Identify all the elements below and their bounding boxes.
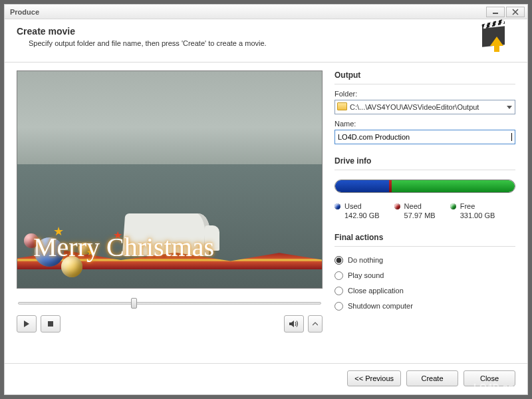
produce-dialog: Produce Create movie Specify output fold… — [4, 4, 528, 395]
drive-free-segment — [392, 180, 515, 192]
legend-free: Free331.00 GB — [450, 202, 495, 221]
minimize-button[interactable] — [486, 7, 505, 17]
movie-export-icon — [478, 26, 511, 54]
more-playback-button[interactable] — [308, 315, 323, 332]
video-preview[interactable]: ★★★ Merry Christmas — [17, 70, 323, 289]
drive-used-segment — [335, 180, 389, 192]
header: Create movie Specify output folder and f… — [5, 19, 527, 63]
close-button[interactable]: Close — [464, 370, 515, 386]
legend-used-label: Used — [344, 202, 362, 210]
radio-close-application[interactable]: Close application — [334, 287, 515, 295]
radio-play-sound[interactable]: Play sound — [334, 271, 515, 280]
final-actions-group: Do nothing Play sound Close application … — [334, 256, 515, 311]
radio-do-nothing[interactable]: Do nothing — [334, 256, 515, 265]
titlebar: Produce — [5, 5, 527, 19]
header-text: Create movie Specify output folder and f… — [17, 26, 478, 47]
legend-free-label: Free — [460, 202, 475, 210]
svg-rect-1 — [48, 321, 53, 327]
close-window-button[interactable] — [506, 7, 525, 17]
play-button[interactable] — [17, 315, 37, 332]
content: ★★★ Merry Christmas — [5, 63, 527, 363]
output-section-title: Output — [334, 70, 515, 80]
close-icon — [512, 9, 519, 15]
legend-free-value: 331.00 GB — [460, 211, 495, 221]
seek-slider[interactable] — [17, 298, 323, 309]
play-icon — [23, 321, 30, 327]
volume-icon — [289, 320, 299, 328]
legend-need-label: Need — [404, 202, 422, 210]
playback-controls — [17, 315, 323, 332]
folder-combo[interactable]: C:\...\AVS4YOU\AVSVideoEditor\Output — [334, 100, 515, 114]
radio-shutdown-computer[interactable]: Shutdown computer — [334, 302, 515, 311]
folder-label: Folder: — [334, 90, 515, 98]
minimize-icon — [492, 9, 499, 15]
chevron-up-icon — [313, 321, 318, 327]
footer: << Previous Create Close — [5, 363, 527, 394]
create-button[interactable]: Create — [406, 370, 458, 386]
drive-legend: Used142.90 GB Need57.97 MB Free331.00 GB — [334, 202, 515, 221]
chevron-down-icon — [507, 106, 512, 109]
folder-icon — [337, 102, 347, 110]
settings-panel: Output Folder: C:\...\AVS4YOU\AVSVideoEd… — [334, 70, 515, 359]
dot-blue-icon — [334, 203, 340, 209]
folder-value: C:\...\AVS4YOU\AVSVideoEditor\Output — [350, 103, 479, 111]
header-title: Create movie — [17, 26, 478, 37]
preview-panel: ★★★ Merry Christmas — [17, 70, 323, 359]
volume-button[interactable] — [284, 315, 304, 332]
window-title: Produce — [10, 8, 485, 16]
legend-used-value: 142.90 GB — [344, 211, 380, 221]
legend-need: Need57.97 MB — [394, 202, 436, 221]
name-input-field[interactable] — [338, 133, 511, 141]
stop-button[interactable] — [41, 315, 61, 332]
drive-usage-bar — [334, 180, 515, 193]
dot-red-icon — [394, 203, 400, 209]
name-label: Name: — [334, 120, 515, 128]
header-subtitle: Specify output folder and file name, the… — [29, 39, 478, 47]
seek-thumb[interactable] — [131, 298, 137, 309]
dot-green-icon — [450, 203, 456, 209]
name-input[interactable] — [334, 130, 515, 144]
svg-rect-0 — [493, 13, 498, 14]
driveinfo-section-title: Drive info — [334, 156, 515, 166]
stop-icon — [47, 321, 54, 327]
legend-used: Used142.90 GB — [334, 202, 380, 221]
finalactions-section-title: Final actions — [334, 233, 515, 242]
legend-need-value: 57.97 MB — [404, 211, 436, 221]
previous-button[interactable]: << Previous — [347, 370, 401, 386]
